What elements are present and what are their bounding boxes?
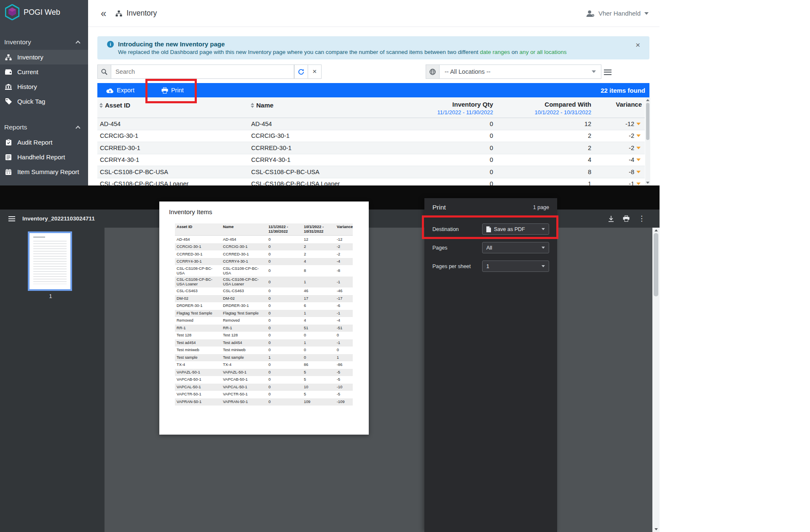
cell-variance: -2 [594, 145, 645, 151]
pdf-table-header: Asset IDName11/1/2022 - 11/30/202210/1/2… [175, 223, 353, 236]
scrollbar-thumb[interactable] [646, 103, 649, 140]
sidebar-item-history[interactable]: History [0, 79, 88, 94]
sidebar-item-audit-report[interactable]: Audit Report [0, 135, 88, 150]
sort-icon [251, 103, 254, 108]
inventory-table-row[interactable]: CCRRY4-30-1CCRRY4-30-104-4 [97, 154, 645, 167]
pdf-cell: VAPCAL-50-1 [175, 384, 221, 390]
sidebar-nav: InventoryInventoryCurrentHistoryQuick Ta… [0, 24, 88, 179]
inventory-table: Asset ID Name Inventory Qty 11/1/2022 - … [97, 97, 645, 185]
pdf-cell: Removed [175, 317, 221, 324]
pdf-cell: VAPRAN-50-1 [221, 398, 267, 405]
variance-expand-caret-icon[interactable] [636, 183, 641, 185]
column-header-name[interactable]: Name [249, 97, 399, 118]
sidebar-item-item-summary-report[interactable]: Item Summary Report [0, 164, 88, 179]
sidebar-section-header[interactable]: Reports [0, 120, 88, 135]
pdf-cell: -51 [335, 325, 353, 331]
chevron-up-icon [75, 126, 80, 130]
date-ranges-link[interactable]: date ranges [480, 49, 510, 55]
print-dialog-header: Print 1 page [424, 198, 557, 216]
more-options-icon[interactable]: ⋮ [638, 215, 645, 222]
pages-select[interactable]: All [482, 242, 549, 253]
inventory-table-row[interactable]: AD-454AD-454012-12 [97, 118, 645, 130]
page-count: 1 page [533, 204, 549, 210]
pdf-cell: 0 [267, 244, 302, 250]
scroll-up-icon[interactable] [646, 99, 649, 101]
locations-link[interactable]: any or all locations [520, 49, 567, 55]
pdf-cell: CSL-CS108-CP-BC-USA [175, 265, 221, 276]
locations-select[interactable]: -- All Locations -- [439, 64, 601, 79]
scroll-down-icon[interactable] [654, 528, 658, 530]
refresh-button[interactable] [294, 64, 308, 79]
cell-inventory-qty: 0 [399, 145, 496, 151]
user-icon [586, 10, 595, 17]
inventory-table-row[interactable]: CSL-CS108-CP-BC-USA LoanerCSL-CS108-CP-B… [97, 178, 645, 186]
page-thumbnail[interactable] [30, 233, 70, 289]
globe-icon-button[interactable] [426, 64, 440, 79]
variance-expand-caret-icon[interactable] [636, 159, 641, 161]
sidebar-section-header[interactable]: Inventory [0, 35, 88, 50]
cell-asset-id: AD-454 [97, 121, 249, 127]
cell-inventory-qty: 0 [399, 180, 496, 185]
pdf-cell: 0 [267, 251, 302, 258]
pdf-cell: 0 [267, 325, 302, 331]
pdf-cell: Flagtag Test Sample [175, 310, 221, 317]
pdf-table-row: CCRRED-30-1CCRRED-30-102-2 [175, 250, 353, 258]
sidebar-collapse-icon[interactable]: « [101, 8, 106, 19]
pdf-cell: 2 [302, 244, 335, 250]
sidebar-item-quick-tag[interactable]: Quick Tag [0, 94, 88, 109]
pdf-cell: 0 [267, 303, 302, 309]
inventory-table-row[interactable]: CCRRED-30-1CCRRED-30-102-2 [97, 142, 645, 154]
clipboard-check-icon [4, 139, 13, 145]
pdf-cell: 0 [267, 376, 302, 383]
pdf-cell: Test 128 [175, 332, 221, 339]
inventory-table-row[interactable]: CCRCIG-30-1CCRCIG-30-102-2 [97, 130, 645, 142]
pages-per-sheet-select[interactable]: 1 [482, 261, 549, 272]
pdf-table-row: VAPAZL-50-1VAPAZL-50-105-5 [175, 369, 353, 376]
pdf-cell: -6 [335, 303, 353, 309]
cell-name: AD-454 [249, 121, 399, 127]
download-icon[interactable] [608, 215, 614, 222]
search-icon-button[interactable] [97, 64, 111, 79]
pdf-cell: Test miniweb [221, 347, 267, 354]
pdf-table-row: TX-4TX-4086-86 [175, 361, 353, 369]
pdf-cell: CCRRY4-30-1 [221, 258, 267, 265]
compared-date-range[interactable]: 10/1/2022 - 10/31/2022 [496, 109, 591, 116]
pdf-cell: 1 [302, 279, 335, 285]
destination-highlight-annotation [422, 215, 558, 239]
menu-icon[interactable] [8, 215, 15, 223]
pdf-cell: -1 [335, 339, 353, 346]
sidebar-item-current[interactable]: Current [0, 64, 88, 79]
scroll-down-icon[interactable] [646, 182, 649, 184]
pdf-cell: 17 [302, 295, 335, 302]
browser-scrollbar[interactable] [652, 228, 660, 532]
cell-variance: -4 [594, 156, 645, 163]
sidebar-item-handheld-report[interactable]: Handheld Report [0, 150, 88, 164]
sidebar-item-inventory[interactable]: Inventory [0, 50, 88, 64]
cell-name: CCRRY4-30-1 [249, 156, 399, 163]
variance-expand-caret-icon[interactable] [636, 134, 641, 137]
scrollbar-thumb[interactable] [654, 233, 658, 296]
cell-variance: -8 [594, 169, 645, 175]
search-input[interactable] [111, 64, 294, 79]
export-button[interactable]: Export [101, 83, 139, 97]
info-icon: i [107, 41, 114, 48]
handheld-report-icon [4, 154, 13, 160]
variance-expand-caret-icon[interactable] [636, 171, 641, 173]
user-menu[interactable]: Vher Handheld [586, 10, 649, 17]
column-header-compared-with: Compared With 10/1/2022 - 10/31/2022 [496, 97, 594, 118]
sitemap-icon [4, 54, 13, 60]
inventory-table-row[interactable]: CSL-CS108-CP-BC-USACSL-CS108-CP-BC-USA08… [97, 166, 645, 178]
pdf-table-row: Test sampleTest sample101 [175, 354, 353, 362]
variance-expand-caret-icon[interactable] [636, 123, 641, 125]
pdf-column-header: 11/1/2022 - 11/30/2022 [267, 223, 302, 235]
clear-search-button[interactable]: × [308, 64, 322, 79]
variance-expand-caret-icon[interactable] [636, 147, 641, 149]
table-scrollbar[interactable] [645, 97, 650, 185]
filter-list-icon[interactable] [604, 68, 612, 76]
banner-close-icon[interactable]: × [636, 41, 640, 49]
pdf-table-row: CSL-CS108-CP-BC-USACSL-CS108-CP-BC-USA08… [175, 265, 353, 276]
scroll-up-icon[interactable] [654, 229, 658, 231]
pdf-table-row: VAPCAB-50-1VAPCAB-50-105-5 [175, 376, 353, 384]
qty-date-range[interactable]: 11/1/2022 - 11/30/2022 [399, 109, 493, 116]
print-icon[interactable] [623, 215, 630, 222]
